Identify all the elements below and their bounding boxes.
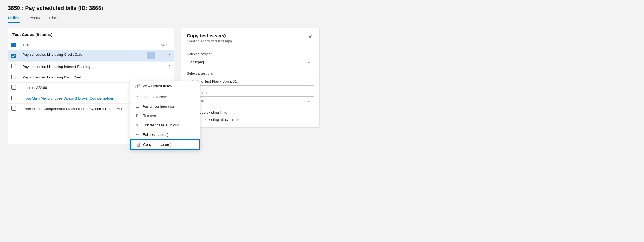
context-menu-item-label: View Linked Items	[143, 84, 172, 88]
row-checkbox-cell	[8, 104, 19, 114]
context-menu-item-edit-grid[interactable]: ✎Edit test case(s) in grid	[130, 120, 200, 130]
row-order: 2	[158, 50, 174, 62]
select-test-plan-label: Select a test plan	[187, 71, 314, 75]
row-title-link[interactable]: From Main Menu choose Option 3 Broker Co…	[22, 96, 113, 100]
context-menu-item-label: Remove	[143, 114, 156, 118]
select-project-label: Select a project	[187, 52, 314, 56]
link-icon: 🔗	[135, 84, 140, 88]
main-area: Test Cases (6 items) Title Order ⋮Pay sc…	[8, 28, 636, 144]
context-menu-item-edit-cases[interactable]: ✏Edit test case(s)	[130, 130, 200, 139]
row-checkbox-cell	[8, 50, 19, 62]
context-menu-item-assign-config[interactable]: ☰Assign configuration	[130, 101, 200, 111]
checkbox-row-include-links: Include existing links	[187, 110, 314, 114]
table-row: Pay scheduled bills using Internet Banki…	[8, 62, 174, 72]
row-checkbox-cell	[8, 72, 19, 83]
test-cases-header: Test Cases (6 items)	[8, 28, 174, 40]
select-suite-group: Select a suite P1 Tests ⌄	[187, 91, 314, 105]
arrow-icon: ↗	[135, 95, 140, 99]
row-actions-button[interactable]: ⋮	[147, 52, 155, 59]
row-order: 3	[158, 62, 174, 72]
row-checkbox-cell	[8, 83, 19, 93]
pencil-icon: ✏	[135, 132, 140, 137]
title-col-header: Title	[19, 40, 158, 50]
row-title: ⋮Pay scheduled bills using Credit Card	[19, 50, 158, 62]
context-menu-item-label: Edit test case(s) in grid	[143, 123, 179, 127]
include-attachments-label: Include existing attachments	[194, 118, 239, 122]
close-button[interactable]: ✕	[306, 33, 314, 40]
tab-bar: Define Execute Chart	[8, 14, 636, 23]
copy-panel-title-group: Copy test case(s) Creating a copy of tes…	[187, 33, 232, 43]
copy-panel: Copy test case(s) Creating a copy of tes…	[181, 28, 320, 128]
select-all-col	[8, 40, 19, 50]
table-row: ⋮Pay scheduled bills using Credit Card2	[8, 50, 174, 62]
chevron-down-icon-2: ⌄	[307, 80, 310, 83]
row-checkbox[interactable]	[11, 54, 16, 58]
select-suite-dropdown[interactable]: P1 Tests ⌄	[187, 96, 314, 105]
list-icon: ☰	[135, 104, 140, 108]
select-test-plan-dropdown[interactable]: Banking Test Plan - Sprint 31 ⌄	[187, 77, 314, 86]
chevron-down-icon: ⌄	[307, 60, 310, 64]
pencil-grid-icon: ✎	[135, 123, 140, 127]
context-menu-item-copy-cases[interactable]: 📋Copy test case(s)	[130, 139, 200, 150]
tab-execute[interactable]: Execute	[27, 14, 42, 23]
row-checkbox-cell	[8, 93, 19, 104]
context-menu-item-label: Assign configuration	[143, 104, 175, 108]
tab-chart[interactable]: Chart	[49, 14, 59, 23]
context-menu-item-label: Copy test case(s)	[143, 142, 171, 147]
select-project-dropdown[interactable]: agileproj ⌄	[187, 58, 314, 66]
page-container: 3850 : Pay scheduled bills (ID: 3866) De…	[0, 0, 644, 149]
select-project-value: agileproj	[190, 60, 204, 64]
copy-panel-header: Copy test case(s) Creating a copy of tes…	[181, 28, 319, 46]
page-title: 3850 : Pay scheduled bills (ID: 3866)	[8, 5, 636, 11]
row-checkbox-cell	[8, 62, 19, 72]
copy-panel-subtitle: Creating a copy of test case(s)	[187, 39, 232, 43]
checkbox-group: Include existing linksInclude existing a…	[187, 110, 314, 122]
row-checkbox[interactable]	[11, 106, 16, 111]
copy-panel-title: Copy test case(s)	[187, 33, 232, 39]
trash-icon: 🗑	[135, 113, 140, 118]
context-menu-item-label: Edit test case(s)	[143, 133, 168, 137]
tab-define[interactable]: Define	[8, 14, 20, 23]
select-test-plan-group: Select a test plan Banking Test Plan - S…	[187, 71, 314, 86]
select-project-group: Select a project agileproj ⌄	[187, 52, 314, 66]
context-menu-item-label: Open test case	[143, 95, 167, 99]
context-menu-item-view-linked[interactable]: 🔗View Linked Items	[130, 81, 200, 91]
select-suite-label: Select a suite	[187, 91, 314, 95]
chevron-down-icon-3: ⌄	[307, 99, 310, 103]
row-checkbox[interactable]	[11, 85, 16, 90]
context-menu-item-remove[interactable]: 🗑Remove	[130, 111, 200, 120]
row-checkbox[interactable]	[11, 75, 16, 79]
context-menu-item-open-test-case[interactable]: ↗Open test case	[130, 92, 200, 101]
copy-panel-body: Select a project agileproj ⌄ Select a te…	[181, 46, 319, 127]
test-cases-panel: Test Cases (6 items) Title Order ⋮Pay sc…	[8, 28, 174, 144]
row-title: Pay scheduled bills using Internet Banki…	[19, 62, 158, 72]
row-checkbox[interactable]	[11, 64, 16, 68]
copy-icon: 📋	[135, 142, 140, 147]
row-checkbox[interactable]	[11, 96, 16, 100]
order-col-header: Order	[158, 40, 174, 50]
context-menu: 🔗View Linked Items↗Open test case☰Assign…	[130, 81, 200, 150]
checkbox-row-include-attachments: Include existing attachments	[187, 117, 314, 122]
select-all-checkbox[interactable]	[11, 43, 16, 47]
